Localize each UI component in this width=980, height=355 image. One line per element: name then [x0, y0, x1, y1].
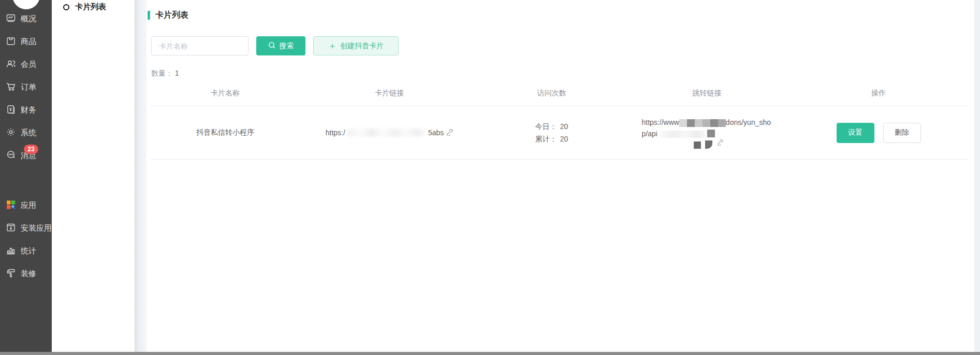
sidebar-item-label: 统计 [21, 246, 36, 256]
create-douyin-card-button[interactable]: ＋ 创建抖音卡片 [313, 36, 399, 55]
scrollbar-track[interactable] [974, 0, 980, 352]
sidebar-item-label: 概况 [21, 14, 36, 24]
table-header-row: 卡片名称 卡片链接 访问次数 跳转链接 操作 [150, 81, 968, 106]
sidebar-item-orders[interactable]: 订单 [0, 76, 52, 98]
link-icon[interactable] [716, 137, 723, 149]
card-table: 卡片名称 卡片链接 访问次数 跳转链接 操作 抖音私信转小程序 https:/ … [150, 81, 968, 160]
sidebar-item-label: 会员 [21, 60, 36, 69]
members-icon [6, 59, 16, 70]
decorate-icon [6, 268, 16, 280]
sidebar-item-finance[interactable]: 财务 [0, 98, 52, 121]
search-input[interactable] [151, 36, 248, 55]
toolbar: 搜索 ＋ 创建抖音卡片 [151, 36, 399, 55]
submenu-item-card-list[interactable]: 卡片列表 [52, 0, 135, 12]
cell-card-name: 抖音私信转小程序 [150, 106, 300, 159]
sidebar-item-label: 安装应用 [21, 223, 52, 233]
cell-redirect-link: https://wwwdons/yun_sho p/api [625, 106, 789, 159]
sidebar-item-overview[interactable]: 概况 [0, 7, 52, 30]
sidebar-item-label: 系统 [21, 128, 36, 138]
redacted-mosaic [707, 130, 715, 137]
sidebar-item-label: 装修 [21, 269, 36, 279]
cell-card-link: https:/ 5abs [300, 106, 478, 159]
redacted-mosaic [660, 131, 707, 138]
messages-icon [6, 150, 16, 162]
secondary-sidebar: 卡片列表 [52, 0, 135, 352]
submenu-item-label: 卡片列表 [75, 2, 106, 12]
main-content: 卡片列表 搜索 ＋ 创建抖音卡片 数量：1 卡片名称 卡片链接 [147, 0, 980, 352]
sidebar-item-messages[interactable]: 消息 23 [0, 144, 52, 167]
search-button[interactable]: 搜索 [256, 36, 305, 55]
cell-actions: 设置 删除 [789, 106, 968, 159]
count-line: 数量：1 [151, 69, 179, 78]
sidebar-item-system[interactable]: 系统 [0, 121, 52, 144]
panel-divider [135, 0, 147, 352]
cell-visit-count: 今日：20 累计：20 [478, 106, 625, 159]
link-icon[interactable] [446, 129, 453, 137]
sidebar-item-decorate[interactable]: 装修 [0, 262, 52, 285]
system-gear-icon [6, 127, 16, 139]
plus-icon: ＋ [328, 42, 337, 50]
sidebar-menu: 概况 商品 会员 [0, 7, 52, 285]
messages-badge: 23 [24, 145, 38, 154]
header-actions: 操作 [789, 81, 968, 106]
delete-button[interactable]: 删除 [883, 123, 921, 143]
table-row: 抖音私信转小程序 https:/ 5abs [150, 106, 968, 160]
finance-icon [6, 104, 16, 116]
visits-total: 20 [560, 135, 568, 143]
sidebar-item-install-app[interactable]: 安装应用 [0, 217, 52, 239]
sidebar-item-apps[interactable]: 应用 [0, 194, 52, 217]
page-title: 卡片列表 [148, 10, 188, 21]
header-card-link: 卡片链接 [300, 81, 478, 106]
header-visit-count: 访问次数 [478, 81, 625, 106]
header-redirect-link: 跳转链接 [625, 81, 789, 106]
install-app-icon [6, 222, 16, 234]
apps-icon [6, 200, 16, 211]
title-accent-bar [148, 11, 150, 20]
statistics-icon [6, 245, 16, 257]
visits-today: 20 [560, 122, 568, 131]
sidebar-item-statistics[interactable]: 统计 [0, 239, 52, 262]
orders-icon [6, 81, 16, 93]
sidebar-item-label: 应用 [21, 201, 36, 210]
settings-button[interactable]: 设置 [837, 123, 874, 143]
primary-sidebar: 概况 商品 会员 [0, 0, 52, 352]
sidebar-item-label: 订单 [21, 82, 36, 92]
goods-icon [6, 36, 16, 48]
redacted-blur [347, 129, 426, 137]
app-window: 概况 商品 会员 [0, 0, 980, 355]
header-card-name: 卡片名称 [150, 81, 300, 106]
redacted-mosaic [679, 118, 726, 125]
sidebar-item-label: 财务 [21, 105, 36, 115]
count-value: 1 [175, 69, 179, 77]
window-bottom-edge [0, 352, 980, 355]
search-icon [268, 41, 276, 51]
sidebar-item-members[interactable]: 会员 [0, 53, 52, 76]
radio-circle-icon [63, 4, 69, 10]
dashboard-icon [6, 13, 16, 25]
sidebar-item-label: 商品 [21, 37, 36, 47]
sidebar-item-goods[interactable]: 商品 [0, 30, 52, 53]
redacted-mosaic [642, 139, 772, 149]
